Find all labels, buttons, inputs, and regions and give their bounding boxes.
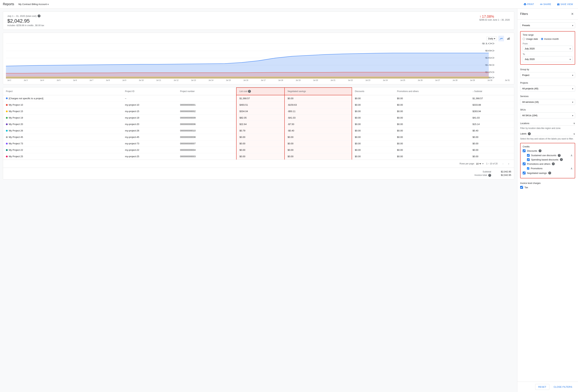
help-icon-invoice[interactable]: ? bbox=[488, 174, 491, 177]
discounts-checkbox[interactable] bbox=[523, 149, 526, 152]
promotions-checkbox[interactable] bbox=[527, 167, 529, 170]
line-chart-icon bbox=[499, 37, 503, 40]
table-card: Project Project ID Project number List c… bbox=[3, 87, 514, 179]
close-filters-icon-btn[interactable]: ✕ bbox=[569, 11, 575, 17]
reset-button[interactable]: RESET bbox=[535, 384, 549, 390]
svg-text:$80: $80 bbox=[485, 50, 494, 52]
summary-card: July 1 – 31, 2020 (total cost) ? $2,042.… bbox=[3, 11, 514, 30]
summary-left: July 1 – 31, 2020 (total cost) ? $2,042.… bbox=[7, 14, 44, 27]
spending-based-help-icon[interactable]: ? bbox=[560, 158, 563, 161]
chart-svg: $100 $80 $60 $40 $20 $0 bbox=[6, 43, 511, 79]
rows-per-page: Rows per page: 10 25 50 ▾ bbox=[460, 162, 483, 165]
share-button[interactable]: SHARE bbox=[538, 2, 553, 7]
col-list-cost[interactable]: List cost ? bbox=[236, 88, 285, 95]
chart-card: Daily ▾ $100 $80 $60 $40 $20 bbox=[3, 33, 514, 84]
discounts-label: Discounts bbox=[527, 149, 537, 152]
cell-list-cost: $22.64 bbox=[236, 121, 285, 128]
projects-select[interactable]: All projects (40) bbox=[520, 86, 575, 92]
line-chart-btn[interactable] bbox=[498, 36, 504, 41]
invoice-month-label: Invoice month bbox=[544, 38, 559, 40]
save-view-button[interactable]: SAVE VIEW bbox=[555, 2, 575, 7]
presets-select[interactable]: Presets bbox=[520, 22, 575, 28]
share-label: SHARE bbox=[543, 3, 551, 5]
rows-per-page-select[interactable]: 10 25 50 bbox=[475, 162, 482, 165]
close-filters-button[interactable]: CLOSE FILTERS bbox=[551, 384, 575, 390]
promotions-label: Promotions bbox=[531, 167, 542, 170]
cell-subtotal: $0.40 bbox=[470, 128, 514, 134]
save-icon bbox=[557, 3, 560, 6]
time-range-section: Time range Usage date Invoice month From bbox=[520, 31, 575, 65]
sustained-use-checkbox[interactable] bbox=[527, 154, 530, 157]
labels-header[interactable]: Labels ? ∨ bbox=[520, 132, 575, 136]
prev-page-btn[interactable]: ‹ bbox=[500, 161, 505, 166]
group-by-select[interactable]: Project bbox=[520, 72, 575, 78]
table-row: My Project 20 my-project-20 000000000006… bbox=[3, 121, 514, 128]
from-month-select[interactable]: July 2020 bbox=[523, 46, 573, 51]
services-select[interactable]: All services (16) bbox=[520, 99, 575, 105]
col-project-id: Project ID bbox=[122, 88, 177, 95]
promotions-others-checkbox[interactable] bbox=[523, 162, 526, 165]
presets-section: Presets bbox=[520, 22, 575, 28]
discounts-sub: Sustained use discounts ? ∧ Spending bas… bbox=[527, 154, 573, 161]
usage-date-radio[interactable]: Usage date bbox=[523, 38, 538, 40]
main-layout: July 1 – 31, 2020 (total cost) ? $2,042.… bbox=[0, 9, 578, 392]
tax-checkbox[interactable] bbox=[520, 186, 523, 189]
negotiated-savings-checkbox[interactable] bbox=[523, 172, 526, 174]
cell-project-id: my-project-25 bbox=[122, 153, 177, 160]
help-icon-list-cost[interactable]: ? bbox=[248, 90, 251, 93]
discounts-checkbox-item[interactable]: Discounts ? bbox=[523, 149, 573, 152]
granularity-label: Daily bbox=[488, 37, 493, 40]
promotions-expand-icon[interactable]: ∧ bbox=[571, 167, 573, 170]
granularity-selector[interactable]: Daily ▾ bbox=[486, 36, 497, 41]
cell-project-number: 000000000003 bbox=[177, 153, 237, 160]
locations-section: Locations ∨ Filter by location data like… bbox=[520, 122, 575, 130]
locations-header[interactable]: Locations ∨ bbox=[520, 122, 575, 126]
labels-expand-icon: ∨ bbox=[573, 133, 575, 135]
cell-promotions: $0.00 bbox=[394, 153, 470, 160]
spending-based-checkbox[interactable] bbox=[527, 158, 530, 161]
locations-expand-icon: ∨ bbox=[573, 122, 575, 125]
bar-chart-btn[interactable] bbox=[505, 36, 511, 41]
account-selector[interactable]: My Contract Billing Account ▾ bbox=[17, 2, 50, 6]
col-promotions: Promotions and others bbox=[394, 88, 470, 95]
cell-project: My Project 45 bbox=[3, 134, 122, 140]
skus-select[interactable]: All SKUs (194) bbox=[520, 112, 575, 118]
cell-project-number: 000000000009 bbox=[177, 115, 237, 121]
subtotal-label: Subtotal bbox=[482, 170, 491, 173]
locations-title: Locations bbox=[520, 122, 529, 125]
invoice-month-radio[interactable]: Invoice month bbox=[541, 38, 559, 40]
sustained-use-item: Sustained use discounts ? ∧ bbox=[527, 154, 573, 157]
cell-project: My Project 25 bbox=[3, 153, 122, 160]
cell-subtotal: $283.94 bbox=[470, 108, 514, 115]
discounts-help-icon[interactable]: ? bbox=[539, 149, 541, 152]
next-page-btn[interactable]: › bbox=[506, 161, 511, 166]
negotiated-savings-help-icon[interactable]: ? bbox=[548, 172, 551, 174]
usage-date-input[interactable] bbox=[523, 38, 525, 40]
summary-change-label: $298.02 over June 1 – 30, 2020 bbox=[480, 19, 510, 21]
help-icon[interactable]: ? bbox=[38, 14, 41, 17]
cell-list-cost: $82.05 bbox=[236, 115, 285, 121]
cell-negotiated-savings: -$7.50 bbox=[285, 121, 352, 128]
cell-promotions: $0.00 bbox=[394, 115, 470, 121]
sort-icon[interactable]: ↓ bbox=[473, 90, 474, 93]
to-label: To bbox=[523, 53, 573, 55]
table-row: My Project 22 my-project-22 000000000004… bbox=[3, 147, 514, 153]
sustained-use-help-icon[interactable]: ? bbox=[558, 154, 561, 157]
labels-help-icon[interactable]: ? bbox=[528, 132, 531, 135]
table-row: My Project 25 my-project-25 000000000003… bbox=[3, 153, 514, 160]
cell-project-id: my-project-22 bbox=[122, 147, 177, 153]
cell-project-number: 000000000008 bbox=[177, 134, 237, 140]
promotions-others-item[interactable]: Promotions and others ? bbox=[523, 162, 573, 165]
print-button[interactable]: PRINT bbox=[521, 2, 536, 7]
to-month-select[interactable]: July 2020 bbox=[523, 56, 573, 62]
cell-project: My Project 15 bbox=[3, 108, 122, 115]
from-label: From bbox=[523, 43, 573, 45]
promotions-others-help-icon[interactable]: ? bbox=[552, 162, 555, 165]
invoice-month-input[interactable] bbox=[541, 38, 543, 40]
negotiated-savings-item[interactable]: Negotiated savings ? bbox=[523, 172, 573, 174]
spending-based-item[interactable]: Spending based discounts ? bbox=[527, 158, 573, 161]
account-name: My Contract Billing Account bbox=[18, 3, 47, 5]
tax-item[interactable]: Tax bbox=[520, 186, 575, 189]
cell-project-id: my-project-45 bbox=[122, 134, 177, 140]
sustained-use-expand-icon[interactable]: ∧ bbox=[571, 154, 573, 157]
